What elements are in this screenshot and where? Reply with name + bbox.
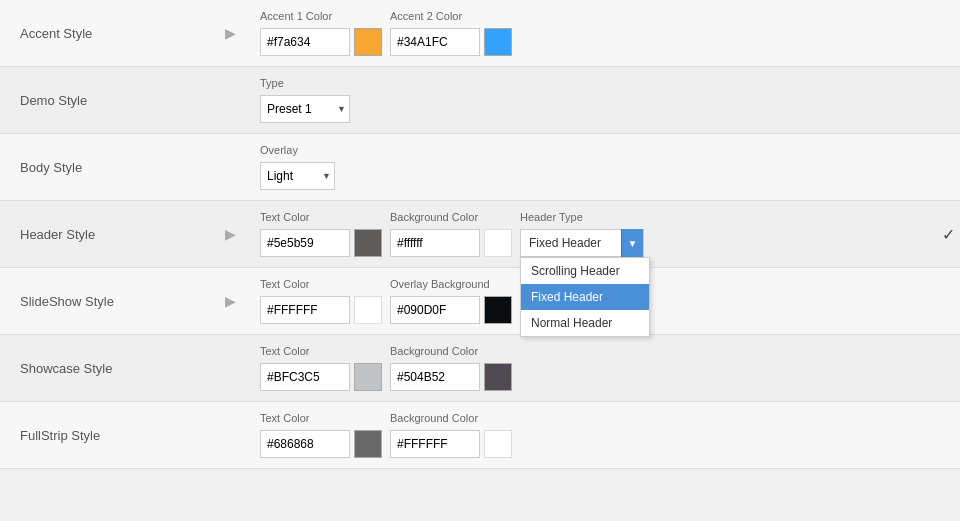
header-text-color-input[interactable] [260,229,350,257]
showcase-text-color-label: Text Color [260,345,382,357]
showcase-bg-color-input[interactable] [390,363,480,391]
slideshow-overlay-bg-input-group [390,296,512,324]
header-type-option-normal[interactable]: Normal Header [521,310,649,336]
showcase-controls: Text Color Background Color [240,335,960,401]
body-overlay-group: Overlay Light Dark None [260,144,335,190]
header-type-dropdown-btn[interactable]: Fixed Header ▼ [520,229,644,257]
fullstrip-bg-color-input-group [390,430,512,458]
header-bg-color-input-group [390,229,512,257]
showcase-text-color-input[interactable] [260,363,350,391]
header-type-group: Header Type Fixed Header ▼ Scrolling Hea… [520,211,644,257]
showcase-text-color-group: Text Color [260,345,382,391]
accent-style-label: Accent Style [0,16,220,51]
header-bg-color-group: Background Color [390,211,512,257]
showcase-bg-color-label: Background Color [390,345,512,357]
slideshow-overlay-bg-group: Overlay Background [390,278,512,324]
demo-type-label: Type [260,77,350,89]
header-text-color-group: Text Color [260,211,382,257]
header-arrow: ▶ [220,226,240,242]
showcase-bg-color-group: Background Color [390,345,512,391]
accent1-color-swatch[interactable] [354,28,382,56]
fullstrip-text-color-label: Text Color [260,412,382,424]
accent-arrow: ▶ [220,25,240,41]
header-type-label: Header Type [520,211,644,223]
showcase-arrow: ▶ [220,360,240,376]
header-text-color-label: Text Color [260,211,382,223]
slideshow-text-color-swatch[interactable] [354,296,382,324]
demo-type-select-wrapper: Preset 1 Preset 2 Preset 3 [260,95,350,123]
header-controls: Text Color Background Color Header Type [240,201,960,267]
showcase-style-label: Showcase Style [0,351,220,386]
header-style-label: Header Style [0,217,220,252]
header-text-color-swatch[interactable] [354,229,382,257]
showcase-bg-color-input-group [390,363,512,391]
demo-style-label: Demo Style [0,83,220,118]
fullstrip-style-label: FullStrip Style [0,418,220,453]
cursor-indicator: ✓ [942,225,955,244]
header-type-option-scrolling[interactable]: Scrolling Header [521,258,649,284]
header-text-color-input-group [260,229,382,257]
fullstrip-text-color-swatch[interactable] [354,430,382,458]
dropdown-arrow-icon: ▼ [621,229,643,257]
showcase-text-color-input-group [260,363,382,391]
slideshow-text-color-input-group [260,296,382,324]
fullstrip-text-color-input[interactable] [260,430,350,458]
header-style-row: Header Style ▶ Text Color Background Col… [0,201,960,268]
fullstrip-bg-color-group: Background Color [390,412,512,458]
body-style-row: Body Style ▶ Overlay Light Dark None [0,134,960,201]
fullstrip-style-row: FullStrip Style ▶ Text Color Background … [0,402,960,469]
slideshow-style-row: SlideShow Style ▶ Text Color Overlay Bac… [0,268,960,335]
accent2-label: Accent 2 Color [390,10,512,22]
showcase-bg-color-swatch[interactable] [484,363,512,391]
header-bg-color-swatch[interactable] [484,229,512,257]
slideshow-text-color-group: Text Color [260,278,382,324]
demo-arrow: ▶ [220,92,240,108]
body-arrow: ▶ [220,159,240,175]
body-overlay-select-wrapper: Light Dark None [260,162,335,190]
header-type-dropdown-menu: Scrolling Header Fixed Header Normal Hea… [520,257,650,337]
accent2-text-input[interactable] [390,28,480,56]
slideshow-overlay-bg-input[interactable] [390,296,480,324]
slideshow-style-label: SlideShow Style [0,284,220,319]
body-controls: Overlay Light Dark None [240,134,960,200]
demo-type-group: Type Preset 1 Preset 2 Preset 3 [260,77,350,123]
demo-type-select[interactable]: Preset 1 Preset 2 Preset 3 [260,95,350,123]
fullstrip-controls: Text Color Background Color [240,402,960,468]
accent1-group: Accent 1 Color [260,10,382,56]
accent2-group: Accent 2 Color [390,10,512,56]
accent2-color-swatch[interactable] [484,28,512,56]
body-overlay-label: Overlay [260,144,335,156]
header-type-selected-text: Fixed Header [521,232,621,254]
accent2-input-group [390,28,512,56]
header-type-dropdown: Fixed Header ▼ Scrolling Header Fixed He… [520,229,644,257]
showcase-style-row: Showcase Style ▶ Text Color Background C… [0,335,960,402]
demo-style-row: Demo Style ▶ Type Preset 1 Preset 2 Pres… [0,67,960,134]
header-type-option-fixed[interactable]: Fixed Header [521,284,649,310]
slideshow-text-color-input[interactable] [260,296,350,324]
settings-panel: Accent Style ▶ Accent 1 Color Accent 2 C… [0,0,960,469]
accent-style-row: Accent Style ▶ Accent 1 Color Accent 2 C… [0,0,960,67]
accent-controls: Accent 1 Color Accent 2 Color [240,0,960,66]
fullstrip-text-color-group: Text Color [260,412,382,458]
fullstrip-bg-color-label: Background Color [390,412,512,424]
accent1-label: Accent 1 Color [260,10,382,22]
body-overlay-select[interactable]: Light Dark None [260,162,335,190]
demo-controls: Type Preset 1 Preset 2 Preset 3 [240,67,960,133]
fullstrip-arrow: ▶ [220,427,240,443]
slideshow-overlay-bg-label: Overlay Background [390,278,512,290]
showcase-text-color-swatch[interactable] [354,363,382,391]
accent1-text-input[interactable] [260,28,350,56]
header-bg-color-label: Background Color [390,211,512,223]
fullstrip-bg-color-input[interactable] [390,430,480,458]
slideshow-arrow: ▶ [220,293,240,309]
fullstrip-text-color-input-group [260,430,382,458]
slideshow-overlay-bg-swatch[interactable] [484,296,512,324]
slideshow-text-color-label: Text Color [260,278,382,290]
accent1-input-group [260,28,382,56]
fullstrip-bg-color-swatch[interactable] [484,430,512,458]
header-bg-color-input[interactable] [390,229,480,257]
body-style-label: Body Style [0,150,220,185]
